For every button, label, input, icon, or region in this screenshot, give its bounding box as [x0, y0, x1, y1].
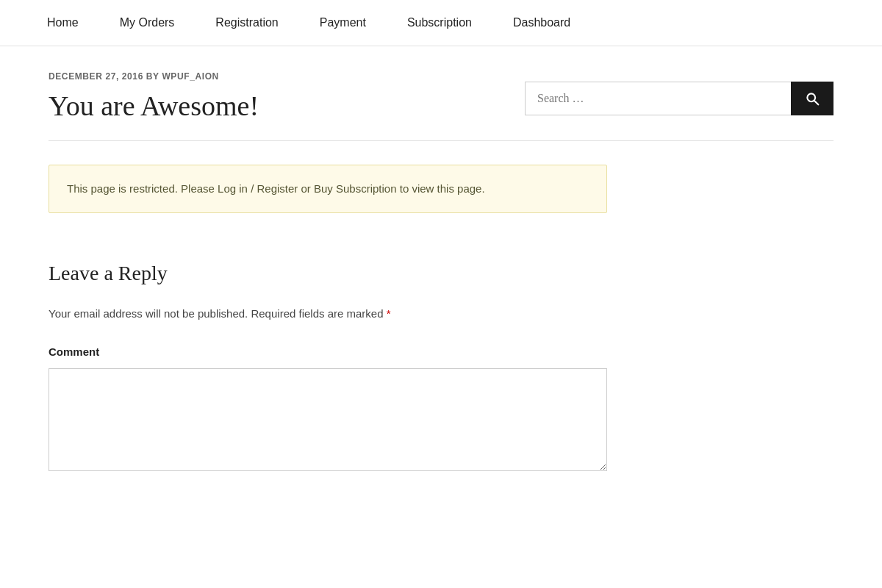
nav-link-payment[interactable]: Payment [299, 0, 387, 46]
search-form [525, 82, 833, 115]
post-meta: December 27, 2016 By WPUF_AION [49, 70, 259, 84]
nav-link-subscription[interactable]: Subscription [387, 0, 492, 46]
restriction-notice: This page is restricted. Please Log in /… [49, 165, 607, 213]
comments-section: Leave a Reply Your email address will no… [49, 243, 833, 476]
comment-textarea[interactable] [49, 368, 607, 471]
email-notice: Your email address will not be published… [49, 305, 833, 323]
comment-label: Comment [49, 343, 833, 361]
nav-item-dashboard[interactable]: Dashboard [492, 0, 591, 46]
svg-line-1 [814, 101, 818, 104]
search-button[interactable] [791, 82, 833, 115]
nav-link-dashboard[interactable]: Dashboard [492, 0, 591, 46]
nav-item-home[interactable]: Home [26, 0, 99, 46]
nav-link-registration[interactable]: Registration [195, 0, 298, 46]
nav-item-payment[interactable]: Payment [299, 0, 387, 46]
nav-item-subscription[interactable]: Subscription [387, 0, 492, 46]
page-title: You are Awesome! [49, 90, 259, 123]
search-icon [805, 91, 820, 106]
page-header: December 27, 2016 By WPUF_AION You are A… [49, 46, 833, 142]
required-star: * [387, 307, 391, 320]
nav-item-registration[interactable]: Registration [195, 0, 298, 46]
nav-item-myorders[interactable]: My Orders [99, 0, 196, 46]
comment-field-group: Comment [49, 343, 833, 477]
title-area: December 27, 2016 By WPUF_AION You are A… [49, 70, 259, 123]
restriction-message: This page is restricted. Please Log in /… [67, 182, 485, 195]
nav-link-home[interactable]: Home [26, 0, 99, 46]
main-content: December 27, 2016 By WPUF_AION You are A… [22, 46, 860, 477]
main-navigation: Home My Orders Registration Payment Subs… [0, 0, 882, 46]
comments-title: Leave a Reply [49, 257, 833, 290]
nav-list: Home My Orders Registration Payment Subs… [26, 0, 856, 46]
nav-link-myorders[interactable]: My Orders [99, 0, 196, 46]
search-input[interactable] [525, 82, 791, 115]
